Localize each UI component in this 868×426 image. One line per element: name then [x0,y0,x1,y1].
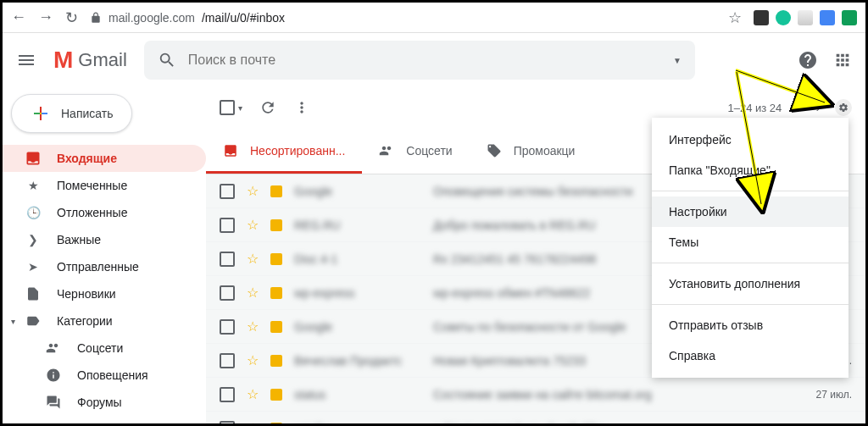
inbox-icon [223,143,238,158]
settings-menu-item[interactable]: Справка [652,340,849,371]
sidebar-item-sent[interactable]: ➤ Отправленные [3,253,206,280]
star-icon[interactable]: ☆ [247,251,259,267]
browser-forward-icon[interactable]: → [38,8,53,26]
settings-menu-item[interactable]: Темы [652,227,849,257]
tab-promotions[interactable]: Промоакци [470,128,593,174]
apps-grid-icon[interactable] [833,51,852,69]
label-icon [270,219,282,231]
sidebar-item-starred[interactable]: ★ Помеченные [3,172,206,199]
settings-menu-item[interactable]: Папка "Входящие" [652,155,849,185]
settings-gear-icon[interactable] [835,99,852,116]
browser-reload-icon[interactable]: ↻ [65,8,78,27]
star-icon[interactable]: ☆ [247,285,259,301]
settings-menu: Интерфейс Папка "Входящие" Настройки Тем… [652,118,849,378]
refresh-icon[interactable] [259,99,276,116]
more-icon[interactable] [293,99,310,116]
row-checkbox[interactable] [220,285,235,301]
sidebar-item-drafts[interactable]: Черновики [3,280,206,307]
tag-icon [487,143,502,158]
compose-button[interactable]: Написать [11,94,132,133]
extension-icon[interactable] [776,10,791,25]
prev-page-icon[interactable]: ‹ [797,102,800,114]
search-bar[interactable]: ▼ [144,41,695,80]
star-icon[interactable]: ☆ [247,318,259,335]
url-path: /mail/u/0/#inbox [202,11,285,25]
hamburger-menu-icon[interactable] [16,50,36,70]
sidebar-sub-social[interactable]: Соцсети [3,335,206,362]
row-checkbox[interactable] [220,319,235,335]
message-sender: Disc 4-1 [294,252,421,266]
row-checkbox[interactable] [220,252,235,267]
settings-menu-item-settings[interactable]: Настройки [652,196,849,227]
star-icon[interactable]: ☆ [247,386,259,402]
star-icon[interactable]: ☆ [247,217,259,233]
label-icon [270,253,282,265]
star-icon[interactable]: ☆ [247,420,259,423]
label-icon [270,355,282,367]
browser-back-icon[interactable]: ← [11,8,26,26]
people-icon [45,340,62,356]
plus-icon [31,103,51,124]
row-checkbox[interactable] [220,387,235,402]
row-checkbox[interactable] [220,184,235,199]
message-subject: subject content here placeholder [433,422,804,424]
sidebar-sub-forums[interactable]: Форумы [3,389,206,416]
star-icon: ★ [25,179,42,192]
sidebar-sub-updates[interactable]: Оповещения [3,362,206,389]
sidebar-item-categories[interactable]: ▾ Категории [3,307,206,335]
message-sender: Google [294,185,421,198]
chevron-down-icon: ▾ [11,317,15,326]
row-checkbox[interactable] [220,353,235,368]
extension-icon[interactable] [820,10,835,25]
settings-menu-item[interactable]: Интерфейс [652,124,849,155]
tab-social[interactable]: Соцсети [362,128,469,174]
gmail-logo[interactable]: M Gmail [53,47,127,74]
extension-icon[interactable] [798,10,813,25]
label-icon [270,389,282,401]
message-sender: Вячеслав Продактс [294,354,421,368]
url-host: mail.google.com [108,11,195,25]
inbox-icon [25,150,42,167]
lock-icon [90,12,102,24]
info-icon [45,368,62,383]
message-subject: Состояние заявки на сайте bitcomat.org [433,388,804,401]
message-date: 27 июл. [816,389,852,401]
message-sender: sender [294,422,421,424]
row-checkbox[interactable] [220,218,235,233]
message-row[interactable]: ☆ status Состояние заявки на сайте bitco… [206,378,865,412]
clock-icon: 🕒 [25,206,42,219]
help-icon[interactable] [798,50,818,70]
label-icon [270,321,282,333]
bookmark-star-icon[interactable]: ☆ [728,8,742,27]
settings-menu-item[interactable]: Установить дополнения [652,268,849,299]
pagination-text: 1–24 из 24 [727,102,782,114]
settings-menu-item[interactable]: Отправить отзыв [652,310,849,340]
sidebar: Написать Входящие ★ Помеченные 🕒 Отложен… [3,87,206,423]
message-sender: status [294,388,421,401]
people-icon [379,143,394,158]
search-options-icon[interactable]: ▼ [673,56,682,65]
label-icon [25,313,42,329]
row-checkbox[interactable] [220,421,235,424]
sidebar-item-important[interactable]: ❯ Важные [3,226,206,253]
message-date: 25 июл. [816,423,852,424]
message-sender: REG.RU [294,219,421,232]
next-page-icon[interactable]: › [816,102,820,114]
sidebar-item-snoozed[interactable]: 🕒 Отложенные [3,199,206,226]
forum-icon [45,395,62,410]
label-icon [270,423,282,424]
search-input[interactable] [188,53,661,68]
draft-icon [25,286,42,302]
address-bar[interactable]: mail.google.com/mail/u/0/#inbox [90,11,716,25]
message-sender: wp-express [294,286,421,300]
select-all-checkbox[interactable]: ▾ [220,100,242,115]
star-icon[interactable]: ☆ [247,352,259,368]
label-icon [270,287,282,299]
tab-primary[interactable]: Несортированн... [206,128,362,174]
sidebar-item-inbox[interactable]: Входящие [3,145,206,172]
extension-icon[interactable] [842,10,857,25]
star-icon[interactable]: ☆ [247,183,259,199]
label-icon [270,185,282,197]
message-row[interactable]: ☆ sender subject content here placeholde… [206,412,865,423]
extension-icon[interactable] [754,10,769,25]
